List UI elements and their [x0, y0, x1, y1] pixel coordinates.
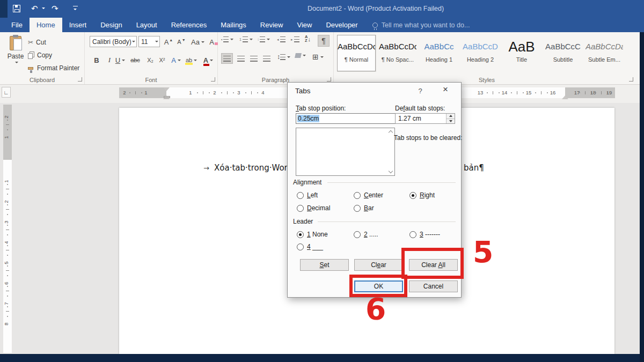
- change-case-dropdown-icon[interactable]: [201, 41, 204, 45]
- radio-circle-icon[interactable]: [297, 231, 304, 238]
- tell-me-box[interactable]: Tell me what you want to do...: [372, 18, 470, 32]
- dialog-close-button[interactable]: ×: [439, 84, 452, 95]
- strikethrough-button[interactable]: abc: [130, 54, 141, 66]
- justify-button[interactable]: [261, 53, 273, 64]
- default-tab-stops-spinner[interactable]: 1.27 cm: [395, 113, 455, 124]
- superscript-button[interactable]: X²: [157, 54, 167, 66]
- clipboard-dialog-launcher-icon[interactable]: [78, 77, 82, 82]
- grow-font-button[interactable]: A▲: [163, 36, 174, 48]
- customize-quick-access-icon[interactable]: [73, 6, 78, 11]
- style-subtle-em[interactable]: AaBbCcDaSubtle Em...: [585, 35, 624, 71]
- radio-circle-icon[interactable]: [297, 192, 304, 199]
- right-indent-marker[interactable]: [562, 92, 568, 99]
- radio-circle-icon[interactable]: [409, 231, 416, 238]
- font-name-dropdown-icon[interactable]: [132, 41, 135, 44]
- multilevel-list-button[interactable]: ⁝: [258, 36, 270, 42]
- paste-dropdown-icon[interactable]: [15, 62, 18, 65]
- paragraph-dialog-launcher-icon[interactable]: [327, 77, 331, 82]
- scroll-down-icon[interactable]: [389, 169, 393, 173]
- highlight-button[interactable]: ab: [186, 54, 197, 66]
- set-button[interactable]: Set: [300, 259, 349, 271]
- borders-dropdown-icon[interactable]: [320, 56, 324, 60]
- line-spacing-button[interactable]: ↕: [277, 53, 290, 61]
- style-no-spac[interactable]: AaBbCcDc¶ No Spac...: [378, 35, 417, 71]
- document-text-right[interactable]: bản¶: [464, 163, 484, 173]
- align-left-button[interactable]: [221, 53, 233, 64]
- radio-alignment-decimal[interactable]: Decimal: [297, 204, 330, 212]
- show-formatting-marks-button[interactable]: ¶: [318, 35, 330, 47]
- tab-stop-selector[interactable]: ∟: [2, 87, 11, 98]
- radio-circle-icon[interactable]: [354, 205, 361, 212]
- style-normal[interactable]: AaBbCcDc¶ Normal: [337, 35, 376, 71]
- clear-formatting-button[interactable]: A: [208, 36, 219, 48]
- shading-button[interactable]: [295, 53, 306, 58]
- vertical-ruler[interactable]: 2112345678: [3, 105, 12, 353]
- style-heading-1[interactable]: AaBbCcHeading 1: [420, 35, 458, 71]
- style-em[interactable]: AaEm: [626, 35, 638, 71]
- ribbon-tab-home[interactable]: Home: [30, 18, 62, 32]
- italic-button[interactable]: I: [104, 54, 115, 66]
- radio-circle-icon[interactable]: [354, 231, 361, 238]
- radio-circle-icon[interactable]: [409, 192, 416, 199]
- ribbon-tab-insert[interactable]: Insert: [62, 18, 94, 32]
- ribbon-tab-design[interactable]: Design: [93, 18, 129, 32]
- tab-stop-position-input[interactable]: 0.25cm: [296, 113, 396, 124]
- radio-alignment-left[interactable]: Left: [297, 191, 318, 199]
- underline-dropdown-icon[interactable]: [122, 60, 125, 63]
- font-dialog-launcher-icon[interactable]: [211, 77, 215, 82]
- ribbon-tab-file[interactable]: File: [4, 18, 30, 32]
- text-effects-button[interactable]: A: [171, 54, 181, 66]
- shading-dropdown-icon[interactable]: [303, 55, 306, 58]
- ribbon-tab-layout[interactable]: Layout: [129, 18, 164, 32]
- left-indent-marker[interactable]: [164, 96, 170, 98]
- cut-button[interactable]: ✂ Cut: [28, 37, 46, 48]
- increase-indent-button[interactable]: ▸: [291, 36, 299, 42]
- sort-button[interactable]: AZ ↓: [305, 35, 311, 42]
- radio-circle-icon[interactable]: [297, 243, 304, 250]
- underline-button[interactable]: U: [115, 54, 126, 66]
- scroll-up-icon[interactable]: [389, 130, 393, 135]
- font-color-dropdown-icon[interactable]: [210, 60, 213, 63]
- radio-leader-1-none[interactable]: 1 None: [297, 231, 328, 238]
- spinner-up-button[interactable]: [447, 114, 455, 119]
- ribbon-tab-review[interactable]: Review: [253, 18, 290, 32]
- redo-icon[interactable]: ↷: [52, 3, 58, 14]
- radio-circle-icon[interactable]: [354, 192, 361, 199]
- format-painter-button[interactable]: Format Painter: [28, 63, 79, 73]
- save-icon[interactable]: [13, 5, 20, 12]
- cancel-button[interactable]: Cancel: [409, 280, 458, 292]
- numbering-button[interactable]: 1: [239, 36, 253, 42]
- numbering-dropdown-icon[interactable]: [250, 39, 253, 42]
- style-title[interactable]: AaBTitle: [502, 35, 541, 71]
- align-center-button[interactable]: [235, 53, 247, 64]
- shrink-font-button[interactable]: A▼: [176, 36, 187, 48]
- dialog-help-button[interactable]: ?: [415, 87, 425, 95]
- align-right-button[interactable]: [248, 53, 260, 64]
- bold-button[interactable]: B: [91, 54, 102, 66]
- multilevel-dropdown-icon[interactable]: [267, 39, 270, 42]
- font-color-button[interactable]: A: [203, 54, 214, 66]
- spinner-down-button[interactable]: [447, 119, 455, 124]
- radio-leader-2[interactable]: 2 .....: [354, 231, 378, 238]
- text-effects-dropdown-icon[interactable]: [178, 60, 181, 63]
- ribbon-tab-mailings[interactable]: Mailings: [214, 18, 253, 32]
- decrease-indent-button[interactable]: ◂: [277, 36, 286, 42]
- style-subtitle[interactable]: AaBbCcCSubtitle: [544, 35, 582, 71]
- styles-dialog-launcher-icon[interactable]: [629, 77, 633, 82]
- radio-alignment-center[interactable]: Center: [354, 191, 383, 199]
- change-case-button[interactable]: Aa: [191, 36, 204, 48]
- font-size-combo[interactable]: 11: [138, 36, 160, 47]
- radio-circle-icon[interactable]: [297, 205, 304, 212]
- copy-button[interactable]: Copy: [28, 50, 52, 61]
- radio-alignment-right[interactable]: Right: [409, 191, 435, 199]
- undo-icon[interactable]: ↶: [31, 3, 38, 14]
- borders-button[interactable]: ⊞: [312, 53, 324, 61]
- font-name-combo[interactable]: Calibri (Body): [90, 36, 137, 47]
- highlight-dropdown-icon[interactable]: [194, 60, 197, 63]
- line-spacing-dropdown-icon[interactable]: [287, 56, 290, 60]
- document-text-left[interactable]: Xóa·tab·trong·Wor: [214, 163, 288, 173]
- radio-alignment-bar[interactable]: Bar: [354, 204, 374, 212]
- ribbon-tab-developer[interactable]: Developer: [319, 18, 364, 32]
- bullets-button[interactable]: •: [221, 36, 233, 42]
- paste-button[interactable]: Paste: [4, 35, 27, 75]
